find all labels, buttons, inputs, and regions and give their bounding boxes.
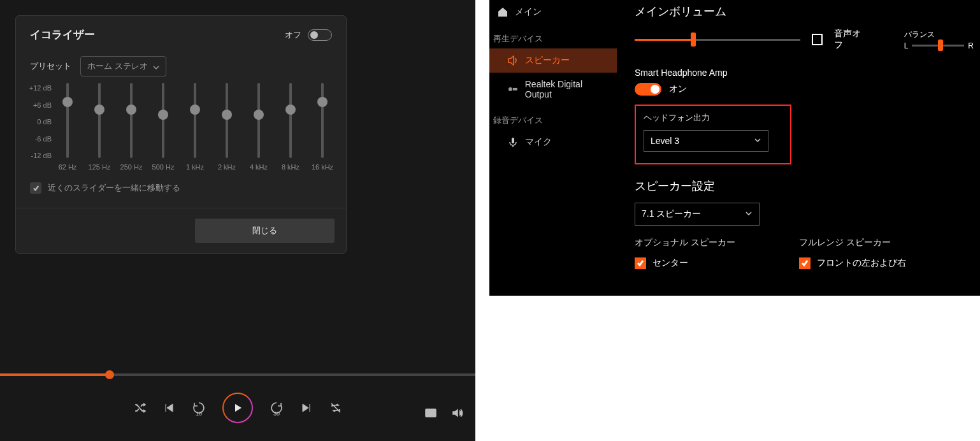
off-label: オフ xyxy=(285,29,301,41)
miniplayer-icon[interactable] xyxy=(424,407,437,419)
sidebar-item-main[interactable]: メイン xyxy=(489,0,617,24)
skip-forward-button[interactable]: 30 xyxy=(270,401,284,415)
svg-rect-4 xyxy=(512,138,514,143)
close-button[interactable]: 閉じる xyxy=(195,219,335,243)
band-freq-label: 4 kHz xyxy=(250,163,268,171)
sidebar-item-mic[interactable]: マイク xyxy=(489,130,617,154)
equalizer-toggle-group: オフ xyxy=(285,29,332,41)
eq-thumb[interactable] xyxy=(94,105,104,115)
sidebar-category-recording: 録音デバイス xyxy=(489,106,617,130)
shuffle-icon[interactable] xyxy=(133,401,146,414)
repeat-off-icon[interactable] xyxy=(329,401,342,414)
eq-bands: 62 Hz125 Hz250 Hz500 Hz1 kHz2 kHz4 kHz8 … xyxy=(52,83,338,171)
balance-thumb[interactable] xyxy=(938,40,943,51)
eq-thumb[interactable] xyxy=(317,97,328,107)
mic-icon xyxy=(507,136,519,148)
band-freq-label: 8 kHz xyxy=(282,163,299,171)
sidebar-item-speaker[interactable]: スピーカー xyxy=(489,48,617,73)
realtek-sidebar: メイン 再生デバイス スピーカー Realtek Digital Output … xyxy=(489,0,617,296)
equalizer-toggle[interactable] xyxy=(308,29,332,41)
volume-icon[interactable] xyxy=(451,407,464,419)
play-button[interactable] xyxy=(222,393,253,423)
headphone-amp-toggle[interactable] xyxy=(635,83,661,96)
eq-band: 250 Hz xyxy=(117,83,146,171)
eq-slider[interactable] xyxy=(66,83,69,158)
db-tick: +6 dB xyxy=(33,101,52,109)
eq-thumb[interactable] xyxy=(222,110,232,120)
eq-slider[interactable] xyxy=(162,83,164,158)
eq-slider[interactable] xyxy=(226,83,228,158)
eq-thumb[interactable] xyxy=(285,105,296,115)
eq-thumb[interactable] xyxy=(62,97,73,107)
band-freq-label: 250 Hz xyxy=(120,163,143,171)
move-neighbors-checkbox[interactable] xyxy=(30,182,41,194)
main-volume-heading: メインボリューム xyxy=(635,4,974,19)
band-freq-label: 62 Hz xyxy=(59,163,77,171)
volume-slider[interactable] xyxy=(635,39,800,41)
headphone-output-label: ヘッドフォン出力 xyxy=(644,112,782,124)
mute-label: 音声オフ xyxy=(834,28,867,51)
svg-rect-3 xyxy=(513,88,517,90)
eq-band: 4 kHz xyxy=(244,83,273,171)
previous-icon[interactable] xyxy=(162,401,175,414)
front-lr-checkbox[interactable] xyxy=(799,257,811,269)
speaker-settings-heading: スピーカー設定 xyxy=(635,178,974,194)
svg-rect-1 xyxy=(431,413,435,416)
chevron-down-icon xyxy=(745,209,753,219)
eq-slider[interactable] xyxy=(98,83,101,158)
db-scale: +12 dB+6 dB0 dB-6 dB-12 dB xyxy=(18,83,52,159)
sidebar-item-digital[interactable]: Realtek Digital Output xyxy=(489,73,617,106)
eq-band: 16 kHz xyxy=(308,83,337,171)
eq-slider[interactable] xyxy=(130,83,133,158)
eq-thumb[interactable] xyxy=(254,110,264,120)
speaker-config-select[interactable]: 7.1 スピーカー xyxy=(635,203,760,226)
band-freq-label: 125 Hz xyxy=(89,163,111,171)
eq-band: 1 kHz xyxy=(180,83,210,171)
fullrange-speakers-column: フルレンジ スピーカー フロントの左および右 xyxy=(799,237,906,277)
speaker-icon xyxy=(507,55,519,66)
eq-slider[interactable] xyxy=(257,83,260,158)
equalizer-title: イコライザー xyxy=(30,27,95,42)
preset-value: ホーム ステレオ xyxy=(87,61,148,72)
db-tick: +12 dB xyxy=(29,84,52,92)
equalizer-card: イコライザー オフ プリセット ホーム ステレオ +12 dB+6 dB0 dB… xyxy=(15,15,347,254)
realtek-audio-panel: メイン 再生デバイス スピーカー Realtek Digital Output … xyxy=(489,0,980,296)
media-player-panel: イコライザー オフ プリセット ホーム ステレオ +12 dB+6 dB0 dB… xyxy=(0,0,475,441)
eq-slider[interactable] xyxy=(321,83,324,158)
band-freq-label: 500 Hz xyxy=(152,163,175,171)
player-controls: 10 30 xyxy=(0,393,475,423)
eq-thumb[interactable] xyxy=(158,110,168,120)
eq-band: 500 Hz xyxy=(148,83,178,171)
headphone-output-section: ヘッドフォン出力 Level 3 xyxy=(635,105,791,164)
band-freq-label: 1 kHz xyxy=(186,163,204,171)
preset-select[interactable]: ホーム ステレオ xyxy=(80,56,166,76)
balance-label: バランス xyxy=(904,29,974,40)
center-checkbox[interactable] xyxy=(635,257,646,269)
balance-slider[interactable] xyxy=(912,45,964,47)
skip-back-button[interactable]: 10 xyxy=(192,401,206,415)
volume-thumb[interactable] xyxy=(691,33,696,47)
db-tick: -6 dB xyxy=(35,135,52,143)
headphone-level-select[interactable]: Level 3 xyxy=(644,130,768,152)
chevron-down-icon xyxy=(153,63,159,69)
next-icon[interactable] xyxy=(300,401,313,414)
eq-slider[interactable] xyxy=(289,83,292,158)
eq-thumb[interactable] xyxy=(190,105,200,115)
eq-thumb[interactable] xyxy=(126,105,136,115)
band-freq-label: 16 kHz xyxy=(312,163,333,171)
eq-band: 125 Hz xyxy=(85,83,114,171)
eq-band: 2 kHz xyxy=(212,83,241,171)
sidebar-category-playback: 再生デバイス xyxy=(489,24,617,48)
digital-output-icon xyxy=(507,83,519,95)
eq-slider[interactable] xyxy=(194,83,196,158)
progress-thumb[interactable] xyxy=(105,370,114,379)
equalizer-grid: +12 dB+6 dB0 dB-6 dB-12 dB 62 Hz125 Hz25… xyxy=(16,79,346,171)
band-freq-label: 2 kHz xyxy=(218,163,236,171)
optional-speakers-column: オプショナル スピーカー センター xyxy=(635,237,735,277)
db-tick: -12 dB xyxy=(31,152,52,159)
mute-checkbox[interactable] xyxy=(812,34,823,45)
move-neighbors-label: 近くのスライダーを一緒に移動する xyxy=(48,182,180,194)
chevron-down-icon xyxy=(754,136,761,146)
progress-bar[interactable] xyxy=(0,373,475,376)
eq-band: 62 Hz xyxy=(53,83,82,171)
